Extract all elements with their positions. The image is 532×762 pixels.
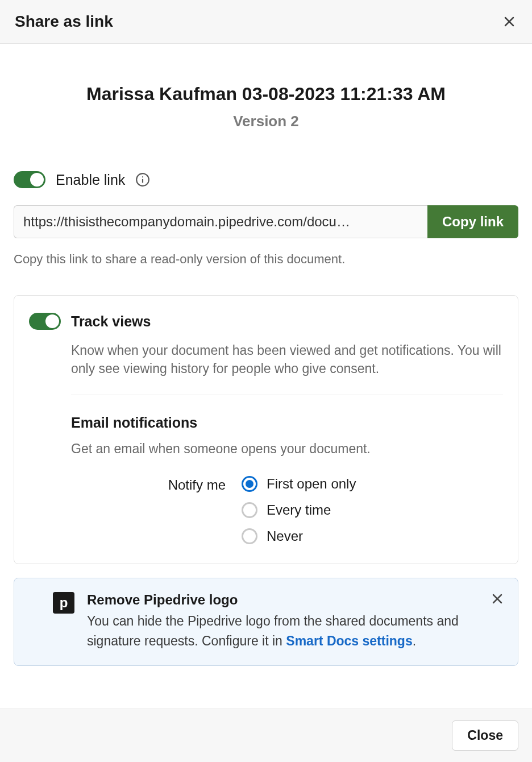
svg-point-4 bbox=[142, 176, 143, 177]
share-link-modal: Share as link Marissa Kaufman 03-08-2023… bbox=[0, 0, 532, 762]
radio-icon bbox=[242, 528, 257, 544]
enable-link-toggle[interactable] bbox=[14, 171, 45, 188]
notify-me-label: Notify me bbox=[168, 477, 226, 492]
alert-text-suffix: . bbox=[413, 633, 416, 648]
enable-link-section: Enable link https://thisisthecompanydoma… bbox=[14, 171, 518, 267]
document-title: Marissa Kaufman 03-08-2023 11:21:33 AM bbox=[14, 84, 518, 105]
remove-logo-alert: p Remove Pipedrive logo You can hide the… bbox=[14, 578, 518, 666]
radio-icon bbox=[242, 502, 257, 518]
share-link-input[interactable]: https://thisisthecompanydomain.pipedrive… bbox=[14, 205, 427, 238]
radio-label: First open only bbox=[267, 476, 356, 492]
document-version: Version 2 bbox=[14, 113, 518, 130]
track-views-title: Track views bbox=[71, 313, 151, 330]
alert-description: You can hide the Pipedrive logo from the… bbox=[87, 611, 483, 651]
email-notifications-title: Email notifications bbox=[71, 415, 503, 431]
share-link-row: https://thisisthecompanydomain.pipedrive… bbox=[14, 205, 518, 238]
close-button[interactable]: Close bbox=[452, 720, 518, 751]
modal-body: Marissa Kaufman 03-08-2023 11:21:33 AM V… bbox=[0, 44, 532, 709]
radio-icon bbox=[242, 476, 257, 492]
track-views-card: Track views Know when your document has … bbox=[14, 295, 518, 564]
enable-link-label: Enable link bbox=[56, 172, 125, 188]
share-link-helper: Copy this link to share a read-only vers… bbox=[14, 252, 518, 267]
notify-block: Notify me First open only Every time bbox=[71, 476, 503, 544]
document-heading: Marissa Kaufman 03-08-2023 11:21:33 AM V… bbox=[14, 44, 518, 130]
track-views-toggle[interactable] bbox=[29, 313, 61, 330]
radio-first-open-only[interactable]: First open only bbox=[242, 476, 356, 492]
radio-label: Never bbox=[267, 528, 303, 544]
modal-header: Share as link bbox=[0, 0, 532, 44]
track-views-description: Know when your document has been viewed … bbox=[71, 341, 503, 378]
radio-label: Every time bbox=[267, 502, 331, 518]
close-icon[interactable] bbox=[501, 14, 517, 30]
modal-title: Share as link bbox=[15, 13, 113, 31]
pipedrive-logo-icon: p bbox=[53, 592, 74, 614]
copy-link-button[interactable]: Copy link bbox=[427, 205, 518, 238]
notify-radio-group: First open only Every time Never bbox=[242, 476, 356, 544]
alert-title: Remove Pipedrive logo bbox=[87, 592, 483, 608]
radio-every-time[interactable]: Every time bbox=[242, 502, 356, 518]
modal-footer: Close bbox=[0, 709, 532, 762]
info-icon[interactable] bbox=[135, 172, 150, 187]
divider bbox=[71, 395, 503, 395]
smart-docs-settings-link[interactable]: Smart Docs settings bbox=[286, 633, 412, 648]
email-notifications-description: Get an email when someone opens your doc… bbox=[71, 441, 503, 457]
alert-close-icon[interactable] bbox=[491, 592, 505, 607]
radio-never[interactable]: Never bbox=[242, 528, 356, 544]
